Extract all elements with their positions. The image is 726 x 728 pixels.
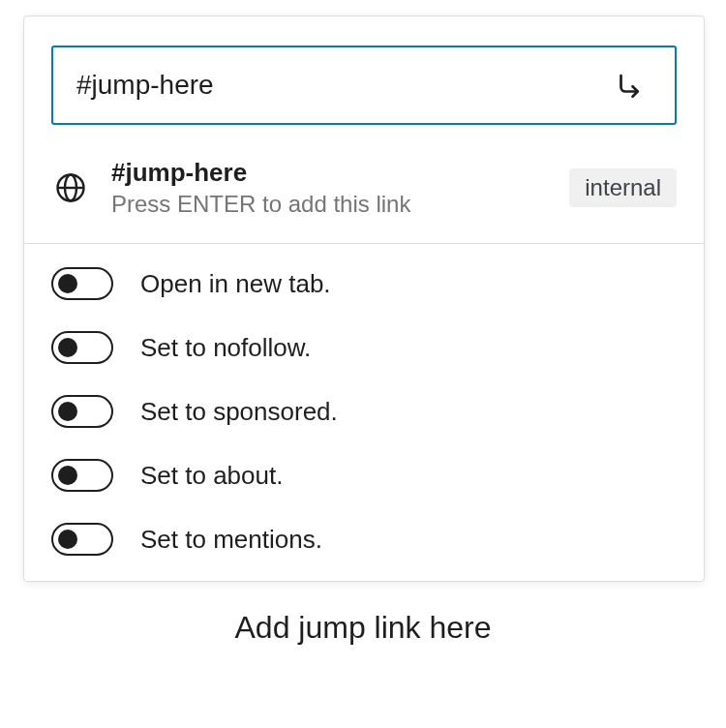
toggle-knob (58, 402, 77, 421)
link-options: Open in new tab. Set to nofollow. Set to… (24, 244, 704, 581)
toggle-sponsored: Set to sponsored. (51, 395, 677, 428)
toggle-new-tab: Open in new tab. (51, 267, 677, 300)
suggestion-hint: Press ENTER to add this link (111, 191, 548, 218)
toggle-label: Set to about. (140, 461, 283, 491)
toggle-mentions-switch[interactable] (51, 523, 113, 556)
link-popover: #jump-here Press ENTER to add this link … (23, 15, 705, 582)
link-type-badge: internal (569, 168, 677, 207)
url-input-wrapper (51, 46, 677, 125)
link-input-section (24, 16, 704, 146)
toggle-label: Set to sponsored. (140, 397, 338, 427)
toggle-knob (58, 466, 77, 485)
toggle-new-tab-switch[interactable] (51, 267, 113, 300)
toggle-nofollow: Set to nofollow. (51, 331, 677, 364)
toggle-label: Set to nofollow. (140, 333, 311, 363)
toggle-about: Set to about. (51, 459, 677, 492)
toggle-knob (58, 338, 77, 357)
globe-icon (51, 168, 90, 207)
toggle-sponsored-switch[interactable] (51, 395, 113, 428)
suggestion-title: #jump-here (111, 158, 548, 188)
toggle-label: Set to mentions. (140, 525, 322, 555)
toggle-knob (58, 274, 77, 293)
toggle-nofollow-switch[interactable] (51, 331, 113, 364)
suggestion-text: #jump-here Press ENTER to add this link (111, 158, 548, 218)
toggle-mentions: Set to mentions. (51, 523, 677, 556)
toggle-about-switch[interactable] (51, 459, 113, 492)
link-suggestion[interactable]: #jump-here Press ENTER to add this link … (24, 146, 704, 243)
url-input[interactable] (53, 47, 601, 123)
toggle-label: Open in new tab. (140, 269, 331, 299)
caption-text: Add jump link here (0, 610, 726, 646)
submit-link-button[interactable] (601, 58, 655, 112)
enter-icon (611, 67, 646, 105)
toggle-knob (58, 530, 77, 549)
